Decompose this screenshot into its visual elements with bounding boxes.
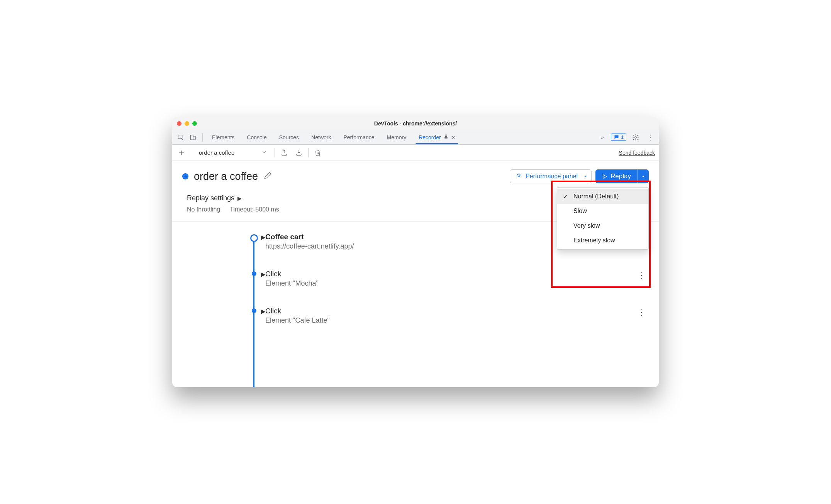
- chevron-down-icon: [261, 149, 267, 156]
- recording-header: order a coffee Performance panel Replay: [172, 161, 659, 192]
- replay-speed-option[interactable]: Very slow: [557, 218, 648, 233]
- step-subtitle: Element "Mocha": [265, 279, 647, 288]
- gauge-icon: [516, 173, 522, 180]
- triangle-down-icon: [583, 174, 588, 179]
- tab-label: Elements: [212, 134, 234, 140]
- play-icon: [602, 174, 607, 179]
- separator: [308, 148, 309, 157]
- close-tab-icon[interactable]: ×: [452, 134, 455, 140]
- replay-settings-label: Replay settings: [187, 194, 234, 202]
- new-recording-button[interactable]: [176, 147, 187, 158]
- replay-speed-option-label: Normal (Default): [573, 193, 619, 200]
- close-window-button[interactable]: [177, 121, 181, 126]
- replay-speed-option-label: Extremely slow: [573, 237, 615, 244]
- expand-step-icon[interactable]: ▶: [261, 234, 266, 241]
- performance-panel-dropdown[interactable]: [580, 169, 592, 183]
- minimize-window-button[interactable]: [185, 121, 189, 126]
- replay-speed-option[interactable]: ✓Normal (Default): [557, 189, 648, 204]
- step-marker-icon: [250, 271, 256, 276]
- devtools-tab-bar: ElementsConsoleSourcesNetworkPerformance…: [172, 130, 659, 145]
- more-tabs-button[interactable]: »: [599, 134, 606, 140]
- triangle-up-icon: [641, 174, 646, 179]
- step-title: Click: [265, 270, 647, 278]
- replay-speed-option[interactable]: Slow: [557, 204, 648, 218]
- record-indicator-icon: [182, 173, 188, 179]
- header-actions: Performance panel Replay ✓Normal (Defaul…: [510, 169, 649, 183]
- replay-speed-option-label: Slow: [573, 208, 587, 215]
- performance-panel-label: Performance panel: [526, 173, 578, 180]
- issues-badge[interactable]: 1: [611, 134, 626, 141]
- performance-panel-button[interactable]: Performance panel: [510, 169, 583, 183]
- title-bar: DevTools - chrome://extensions/: [172, 117, 659, 130]
- replay-speed-option[interactable]: Extremely slow: [557, 233, 648, 248]
- timeline-step[interactable]: ▶ClickElement "Mocha"⋮: [244, 270, 647, 307]
- recording-title: order a coffee: [194, 171, 258, 183]
- svg-rect-2: [193, 136, 195, 140]
- tab-performance[interactable]: Performance: [338, 130, 380, 144]
- tab-memory[interactable]: Memory: [382, 130, 412, 144]
- issues-count: 1: [621, 134, 624, 140]
- replay-button[interactable]: Replay: [595, 169, 637, 183]
- tab-recorder[interactable]: Recorder×: [413, 130, 460, 144]
- step-marker-start-icon: [250, 234, 258, 242]
- separator: [191, 148, 191, 157]
- timeline-step[interactable]: ▶ClickElement "Cafe Latte"⋮: [244, 307, 647, 344]
- rename-recording-button[interactable]: [263, 171, 272, 181]
- tab-sources[interactable]: Sources: [274, 130, 304, 144]
- tab-label: Network: [311, 134, 331, 140]
- kebab-menu-icon[interactable]: ⋮: [645, 132, 656, 143]
- step-subtitle: Element "Cafe Latte": [265, 316, 647, 325]
- window-title: DevTools - chrome://extensions/: [172, 120, 659, 127]
- replay-speed-menu: ✓Normal (Default)SlowVery slowExtremely …: [557, 187, 649, 250]
- tab-label: Performance: [343, 134, 374, 140]
- separator: [225, 206, 225, 213]
- recording-select-value: order a coffee: [199, 149, 234, 156]
- devtools-tabs: ElementsConsoleSourcesNetworkPerformance…: [207, 130, 597, 144]
- recorder-toolbar: order a coffee Send feedback: [172, 145, 659, 161]
- replay-speed-option-label: Very slow: [573, 222, 600, 229]
- step-kebab-menu[interactable]: ⋮: [638, 271, 646, 280]
- recording-select[interactable]: order a coffee: [195, 148, 271, 157]
- step-title: Click: [265, 307, 647, 315]
- tab-label: Memory: [387, 134, 407, 140]
- replay-label: Replay: [611, 173, 631, 180]
- export-icon[interactable]: [279, 147, 290, 158]
- step-kebab-menu[interactable]: ⋮: [638, 308, 646, 317]
- settings-icon[interactable]: [630, 132, 641, 143]
- svg-point-3: [635, 136, 637, 138]
- delete-icon[interactable]: [312, 147, 323, 158]
- svg-marker-8: [603, 174, 607, 178]
- step-marker-icon: [250, 308, 256, 313]
- tab-label: Console: [247, 134, 266, 140]
- import-icon[interactable]: [293, 147, 304, 158]
- send-feedback-link[interactable]: Send feedback: [619, 150, 655, 156]
- flask-icon: [443, 134, 449, 140]
- chat-icon: [614, 134, 619, 140]
- timeout-value: Timeout: 5000 ms: [230, 206, 279, 213]
- tab-label: Sources: [279, 134, 299, 140]
- tab-label: Recorder: [419, 134, 441, 140]
- inspect-element-icon[interactable]: [175, 132, 186, 143]
- expand-step-icon[interactable]: ▶: [261, 271, 266, 278]
- caret-right-icon: ▶: [237, 195, 242, 201]
- devtools-window: DevTools - chrome://extensions/ Elements…: [172, 117, 659, 387]
- replay-speed-dropdown[interactable]: [637, 169, 649, 183]
- tab-elements[interactable]: Elements: [207, 130, 240, 144]
- throttling-value: No throttling: [187, 206, 220, 213]
- separator: [275, 148, 275, 157]
- svg-point-7: [519, 176, 519, 177]
- separator: [202, 133, 203, 142]
- tab-console[interactable]: Console: [241, 130, 272, 144]
- check-icon: ✓: [562, 193, 569, 200]
- expand-step-icon[interactable]: ▶: [261, 308, 266, 315]
- zoom-window-button[interactable]: [192, 121, 197, 126]
- device-toolbar-icon[interactable]: [188, 132, 198, 143]
- window-controls: [177, 121, 197, 126]
- tab-network[interactable]: Network: [306, 130, 336, 144]
